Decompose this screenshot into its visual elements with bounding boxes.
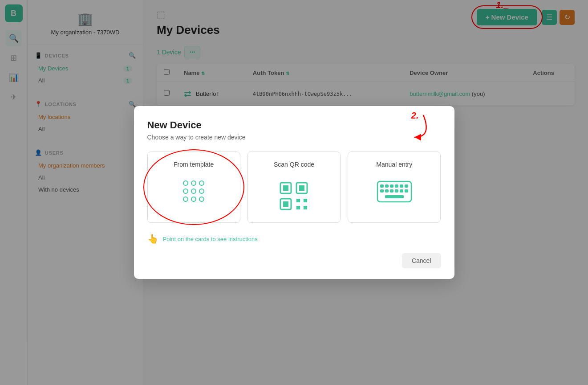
svg-rect-19 — [390, 189, 393, 192]
new-device-modal: 2. New Device Choose a way to create new… — [134, 106, 454, 279]
svg-rect-5 — [283, 201, 288, 207]
template-card-label: From template — [174, 161, 214, 168]
cancel-button[interactable]: Cancel — [402, 253, 441, 268]
svg-rect-11 — [380, 184, 384, 188]
svg-rect-12 — [385, 184, 389, 188]
modal-cards: From template Scan QR code — [147, 152, 441, 223]
template-icon — [183, 180, 204, 202]
svg-rect-22 — [405, 189, 408, 192]
hint-text: Point on the cards to see instructions — [163, 236, 258, 242]
svg-rect-16 — [405, 184, 408, 188]
scan-qr-card[interactable]: Scan QR code — [247, 152, 341, 223]
modal-hint: 👆 Point on the cards to see instructions — [147, 233, 441, 244]
modal-overlay[interactable]: 2. New Device Choose a way to create new… — [0, 0, 588, 385]
hint-icon: 👆 — [147, 233, 158, 244]
svg-rect-8 — [296, 206, 300, 209]
qr-card-label: Scan QR code — [274, 161, 314, 168]
svg-rect-17 — [380, 189, 384, 192]
svg-rect-9 — [304, 206, 307, 209]
svg-rect-23 — [385, 195, 404, 198]
svg-rect-1 — [283, 185, 288, 191]
svg-rect-15 — [400, 184, 403, 188]
svg-rect-3 — [299, 185, 304, 191]
keyboard-icon — [377, 180, 412, 205]
modal-title: New Device — [147, 119, 441, 131]
svg-rect-21 — [400, 189, 403, 192]
from-template-card[interactable]: From template — [147, 152, 240, 223]
manual-entry-card[interactable]: Manual entry — [348, 152, 441, 223]
svg-rect-14 — [395, 184, 398, 188]
svg-rect-7 — [304, 199, 307, 202]
annotation-2: 2. — [411, 111, 419, 121]
svg-rect-18 — [385, 189, 389, 192]
manual-card-label: Manual entry — [376, 161, 412, 168]
qr-icon — [278, 180, 309, 213]
svg-rect-20 — [395, 189, 398, 192]
svg-rect-13 — [390, 184, 393, 188]
modal-subtitle: Choose a way to create new device — [147, 134, 441, 141]
modal-footer: Cancel — [147, 253, 441, 268]
svg-rect-6 — [296, 199, 300, 202]
